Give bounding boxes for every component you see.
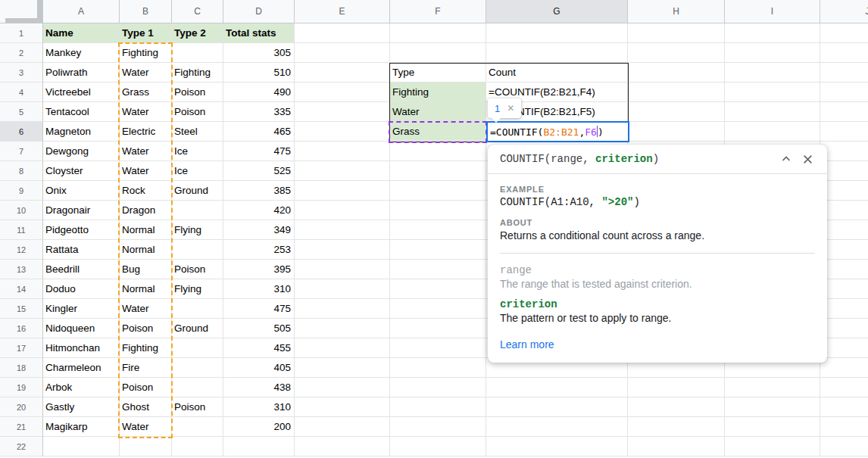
cell-F18[interactable] — [390, 358, 486, 378]
cell-F22[interactable] — [390, 437, 486, 456]
cell-E21[interactable] — [295, 417, 390, 437]
cell-D7[interactable]: 475 — [223, 142, 295, 161]
row-header-15[interactable]: 15 — [0, 299, 43, 319]
cell-A12[interactable]: Rattata — [43, 240, 120, 260]
cell-B17[interactable]: Fighting — [120, 338, 172, 358]
cell-G20[interactable] — [486, 397, 628, 417]
column-header-F[interactable]: F — [390, 0, 486, 23]
column-header-A[interactable]: A — [43, 0, 120, 23]
row-header-7[interactable]: 7 — [0, 142, 43, 161]
cell-D16[interactable]: 505 — [223, 319, 295, 338]
close-icon[interactable] — [797, 148, 818, 170]
cell-B21[interactable]: Water — [120, 417, 172, 437]
cell-D1[interactable]: Total stats — [223, 23, 295, 43]
cell-A17[interactable]: Hitmonchan — [43, 338, 120, 358]
cell-F16[interactable] — [390, 319, 486, 338]
cell-D4[interactable]: 490 — [223, 83, 295, 102]
cell-A13[interactable]: Beedrill — [43, 260, 120, 279]
cell-D12[interactable]: 253 — [223, 240, 295, 260]
cell-D15[interactable]: 475 — [223, 299, 295, 319]
row-header-1[interactable]: 1 — [0, 23, 43, 43]
column-header-B[interactable]: B — [120, 0, 172, 23]
cell-D21[interactable]: 200 — [223, 417, 295, 437]
cell-B20[interactable]: Ghost — [120, 397, 172, 417]
cell-J14[interactable] — [820, 279, 868, 299]
cell-J22[interactable] — [820, 437, 868, 456]
cell-A21[interactable]: Magikarp — [43, 417, 120, 437]
cell-J4[interactable] — [820, 83, 868, 102]
cell-A15[interactable]: Kingler — [43, 299, 120, 319]
cell-E20[interactable] — [295, 397, 390, 417]
cell-C16[interactable]: Ground — [172, 319, 223, 338]
cell-F7[interactable] — [390, 142, 486, 161]
cell-E14[interactable] — [295, 279, 390, 299]
column-header-J[interactable]: J — [820, 0, 868, 23]
column-header-E[interactable]: E — [295, 0, 390, 23]
cell-D13[interactable]: 395 — [223, 260, 295, 279]
cell-J20[interactable] — [820, 397, 868, 417]
cell-A22[interactable] — [43, 437, 120, 456]
column-header-G[interactable]: G — [486, 0, 628, 23]
cell-C3[interactable]: Fighting — [172, 63, 223, 83]
cell-F1[interactable] — [390, 23, 486, 43]
cell-D9[interactable]: 385 — [223, 181, 295, 201]
cell-E13[interactable] — [295, 260, 390, 279]
row-header-9[interactable]: 9 — [0, 181, 43, 201]
cell-F17[interactable] — [390, 338, 486, 358]
cell-I2[interactable] — [725, 43, 820, 63]
cell-E9[interactable] — [295, 181, 390, 201]
cell-E6[interactable] — [295, 122, 390, 142]
cell-F19[interactable] — [390, 378, 486, 397]
cell-D11[interactable]: 349 — [223, 220, 295, 240]
cell-B18[interactable]: Fire — [120, 358, 172, 378]
cell-J3[interactable] — [820, 63, 868, 83]
cell-C9[interactable]: Ground — [172, 181, 223, 201]
cell-J16[interactable] — [820, 319, 868, 338]
cell-E8[interactable] — [295, 161, 390, 181]
cell-G2[interactable] — [486, 43, 628, 63]
cell-D22[interactable] — [223, 437, 295, 456]
cell-C5[interactable]: Poison — [172, 102, 223, 122]
cell-A8[interactable]: Cloyster — [43, 161, 120, 181]
cell-A18[interactable]: Charmeleon — [43, 358, 120, 378]
cell-D19[interactable]: 438 — [223, 378, 295, 397]
cell-H6[interactable] — [628, 122, 725, 142]
cell-C20[interactable]: Poison — [172, 397, 223, 417]
cell-C6[interactable]: Steel — [172, 122, 223, 142]
cell-H19[interactable] — [628, 378, 725, 397]
cell-J5[interactable] — [820, 102, 868, 122]
row-header-13[interactable]: 13 — [0, 260, 43, 279]
cell-H2[interactable] — [628, 43, 725, 63]
select-all-corner[interactable] — [0, 0, 43, 23]
row-header-8[interactable]: 8 — [0, 161, 43, 181]
cell-B12[interactable]: Normal — [120, 240, 172, 260]
cell-B1[interactable]: Type 1 — [120, 23, 172, 43]
cell-F10[interactable] — [390, 201, 486, 220]
cell-I4[interactable] — [725, 83, 820, 102]
cell-J9[interactable] — [820, 181, 868, 201]
cell-E10[interactable] — [295, 201, 390, 220]
cell-G19[interactable] — [486, 378, 628, 397]
cell-F11[interactable] — [390, 220, 486, 240]
cell-F4[interactable]: Fighting — [390, 83, 486, 102]
cell-D8[interactable]: 525 — [223, 161, 295, 181]
cell-A11[interactable]: Pidgeotto — [43, 220, 120, 240]
cell-J17[interactable] — [820, 338, 868, 358]
cell-F15[interactable] — [390, 299, 486, 319]
column-header-I[interactable]: I — [725, 0, 820, 23]
cell-F13[interactable] — [390, 260, 486, 279]
cell-A16[interactable]: Nidoqueen — [43, 319, 120, 338]
cell-E11[interactable] — [295, 220, 390, 240]
cell-D18[interactable]: 405 — [223, 358, 295, 378]
cell-C2[interactable] — [172, 43, 223, 63]
row-header-19[interactable]: 19 — [0, 378, 43, 397]
cell-I19[interactable] — [725, 378, 820, 397]
column-header-D[interactable]: D — [223, 0, 295, 23]
cell-B4[interactable]: Grass — [120, 83, 172, 102]
cell-H22[interactable] — [628, 437, 725, 456]
cell-B5[interactable]: Water — [120, 102, 172, 122]
cell-I1[interactable] — [725, 23, 820, 43]
cell-H1[interactable] — [628, 23, 725, 43]
cell-A9[interactable]: Onix — [43, 181, 120, 201]
cell-I3[interactable] — [725, 63, 820, 83]
